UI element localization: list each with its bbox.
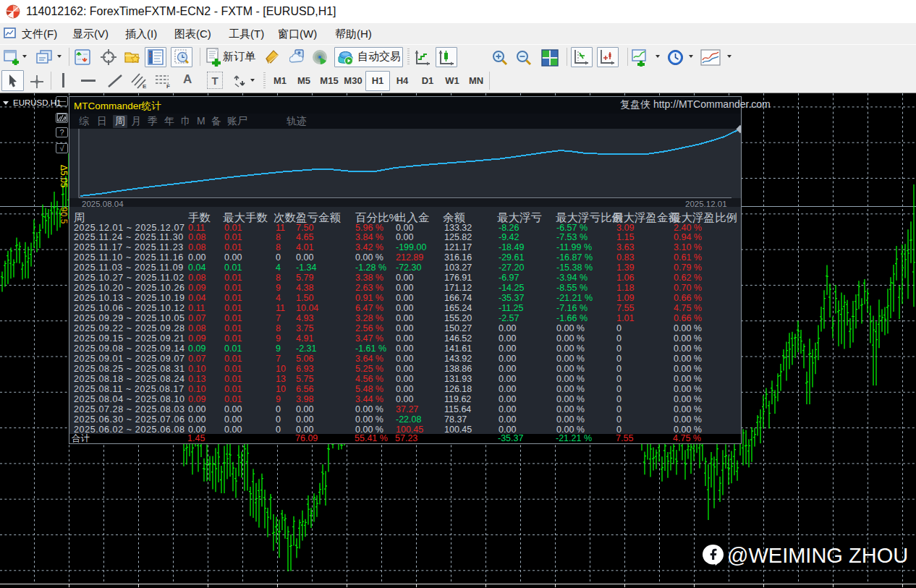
- svg-text:F: F: [166, 83, 170, 89]
- svg-text:E: E: [143, 83, 147, 89]
